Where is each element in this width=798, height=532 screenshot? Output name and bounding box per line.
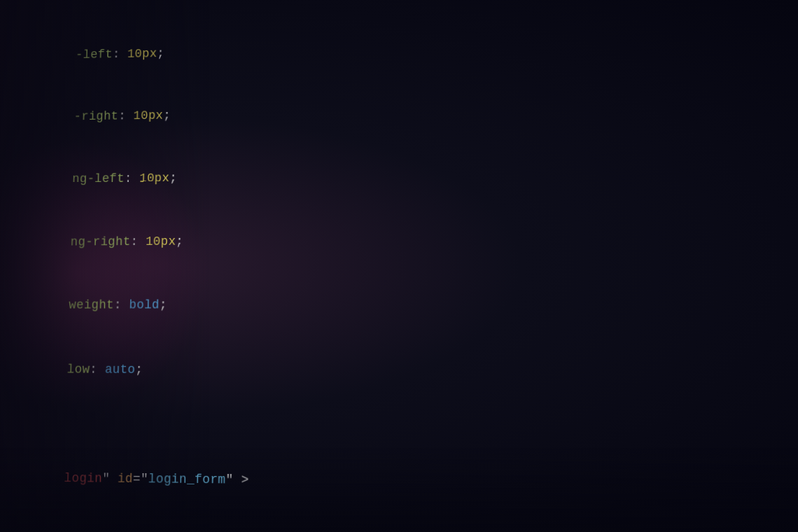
code-line: -left: 10px; — [16, 10, 798, 87]
code-token: -right — [59, 109, 118, 123]
code-token: 10px — [146, 234, 176, 248]
screen: -left: 10px; -right: 10px; ng-left: 10px… — [0, 0, 798, 532]
code-display: -left: 10px; -right: 10px; ng-left: 10px… — [1, 0, 798, 532]
code-token: : — [114, 298, 130, 312]
code-token: " — [102, 471, 118, 486]
code-token: : — [90, 363, 105, 377]
code-token: " > — [225, 472, 249, 487]
code-token: ; — [157, 47, 164, 60]
code-token: ; — [176, 234, 183, 248]
code-token: bold — [129, 298, 160, 312]
code-line: -right: 10px; — [14, 75, 798, 148]
code-token: -left — [61, 48, 113, 62]
code-line: ng-right: 10px; — [10, 205, 798, 274]
code-token: : — [125, 172, 140, 186]
code-token: id — [118, 472, 133, 486]
code-line: ng-left: 10px; — [12, 139, 798, 211]
code-token: ; — [169, 171, 177, 184]
code-token: ; — [160, 298, 167, 312]
code-token: =" — [133, 472, 148, 486]
code-line: login" id="login_form" > — [2, 445, 798, 520]
code-token: 10px — [139, 171, 169, 185]
code-token: ng-left — [57, 172, 125, 186]
code-token: login — [49, 471, 103, 486]
code-token: : — [130, 234, 146, 248]
code-token: : — [113, 48, 128, 61]
code-token: ; — [163, 108, 171, 122]
code-token: auto — [105, 363, 136, 377]
code-token: 10px — [133, 108, 163, 122]
code-token: ng-right — [55, 234, 131, 248]
code-line: low: auto; — [6, 337, 798, 406]
code-token: : — [118, 109, 134, 122]
code-line: weight: bold; — [8, 272, 798, 339]
code-token: 10px — [127, 47, 158, 61]
code-token: login_form — [148, 472, 226, 486]
code-token: weight — [54, 298, 115, 312]
code-token: ; — [135, 363, 143, 377]
code-token: low — [52, 363, 90, 377]
